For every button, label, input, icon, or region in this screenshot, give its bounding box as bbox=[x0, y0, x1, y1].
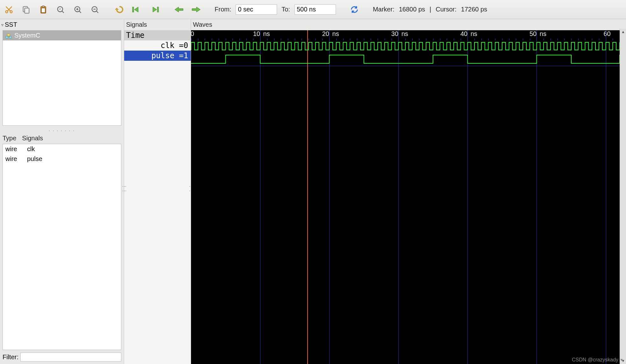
cursor-label: Cursor: bbox=[436, 6, 457, 13]
refresh-button[interactable] bbox=[348, 3, 361, 16]
prev-arrow-icon bbox=[174, 5, 184, 14]
signal-row[interactable]: wire pulse bbox=[3, 154, 121, 164]
signal-list[interactable]: wire clk wire pulse bbox=[3, 144, 121, 350]
signals-panel-title: Signals bbox=[124, 19, 191, 30]
signal-name-list[interactable]: Time clk =0 pulse =1 bbox=[124, 30, 191, 364]
cut-button[interactable] bbox=[3, 3, 15, 16]
waves-title: Waves bbox=[191, 19, 626, 30]
signal-name: pulse bbox=[27, 155, 42, 163]
tree-item-systemc[interactable]: SystemC bbox=[3, 31, 121, 40]
first-arrow-icon bbox=[132, 5, 142, 14]
first-button[interactable] bbox=[131, 3, 143, 16]
v-resize-handle[interactable]: ⋮⋮ bbox=[122, 185, 127, 193]
sst-title: SST bbox=[5, 21, 17, 28]
signal-type: wire bbox=[5, 145, 21, 153]
svg-rect-14 bbox=[7, 34, 10, 36]
type-header: Type bbox=[3, 135, 16, 142]
next-arrow-icon bbox=[191, 5, 201, 14]
undo-icon bbox=[115, 5, 124, 14]
to-label: To: bbox=[281, 6, 290, 13]
last-button[interactable] bbox=[148, 3, 160, 16]
zoom-fit-button[interactable] bbox=[54, 3, 67, 16]
watermark: CSDN @crazyskady▼ bbox=[572, 357, 623, 363]
svg-rect-11 bbox=[157, 7, 159, 12]
svg-rect-13 bbox=[9, 36, 11, 38]
wave-canvas[interactable]: 010 ns20 ns30 ns40 ns50 ns60 bbox=[191, 30, 620, 364]
sst-title-row: ▿ SST bbox=[0, 19, 124, 30]
main-area: ▿ SST SystemC . . . . . . . Type Signals… bbox=[0, 19, 626, 364]
h-resize-handle[interactable]: . . . . . . . bbox=[0, 127, 124, 133]
svg-rect-10 bbox=[132, 7, 134, 12]
copy-button[interactable] bbox=[20, 3, 32, 16]
signals-header: Signals bbox=[22, 135, 43, 142]
zoom-in-icon bbox=[73, 5, 82, 14]
cursor-value: 17260 ps bbox=[461, 6, 487, 13]
last-arrow-icon bbox=[149, 5, 159, 14]
module-icon bbox=[5, 33, 12, 38]
sst-tree[interactable]: SystemC bbox=[3, 30, 121, 126]
refresh-icon bbox=[350, 5, 359, 14]
from-label: From: bbox=[215, 6, 231, 13]
vertical-scrollbar[interactable]: ▲ ▼ bbox=[620, 29, 626, 364]
marker-label: Marker: bbox=[373, 6, 395, 13]
to-input[interactable] bbox=[295, 4, 336, 15]
paste-button[interactable] bbox=[37, 3, 50, 16]
collapse-icon[interactable]: ▿ bbox=[1, 22, 4, 27]
signal-name: clk bbox=[27, 145, 35, 153]
clipboard-icon bbox=[39, 5, 48, 14]
waves-panel: ⋮⋮ Waves 010 ns20 ns30 ns40 ns50 ns60 ▲ … bbox=[191, 19, 626, 364]
svg-rect-3 bbox=[25, 8, 29, 13]
svg-rect-12 bbox=[6, 36, 8, 38]
signal-list-header: Type Signals bbox=[0, 133, 124, 144]
undo-button[interactable] bbox=[113, 3, 126, 16]
sst-panel: ▿ SST SystemC . . . . . . . Type Signals… bbox=[0, 19, 124, 364]
svg-line-16 bbox=[9, 36, 11, 36]
tree-item-label: SystemC bbox=[14, 32, 40, 39]
zoom-fit-icon bbox=[56, 5, 65, 14]
svg-rect-5 bbox=[42, 6, 45, 7]
signals-panel: ⋮⋮ Signals Time clk =0 pulse =1 bbox=[124, 19, 191, 364]
svg-rect-6 bbox=[41, 8, 45, 12]
signal-name-pulse[interactable]: pulse =1 bbox=[124, 51, 191, 61]
filter-input[interactable] bbox=[20, 353, 121, 361]
prev-button[interactable] bbox=[173, 3, 185, 16]
zoom-out-button[interactable] bbox=[89, 3, 101, 16]
copy-icon bbox=[22, 5, 31, 14]
waveform-svg bbox=[191, 30, 620, 364]
signal-row[interactable]: wire clk bbox=[3, 144, 121, 154]
toolbar: From: To: Marker: 16800 ps | Cursor: 172… bbox=[0, 0, 626, 19]
scissors-icon bbox=[4, 5, 13, 14]
from-input[interactable] bbox=[236, 4, 277, 15]
signal-type: wire bbox=[5, 155, 21, 163]
next-button[interactable] bbox=[190, 3, 203, 16]
scroll-up-icon[interactable]: ▲ bbox=[620, 29, 626, 35]
filter-row: Filter: bbox=[0, 350, 124, 364]
svg-line-15 bbox=[7, 36, 9, 36]
zoom-out-icon bbox=[90, 5, 99, 14]
signal-name-time[interactable]: Time bbox=[124, 30, 191, 40]
zoom-in-button[interactable] bbox=[71, 3, 84, 16]
signal-name-clk[interactable]: clk =0 bbox=[124, 40, 191, 51]
cursor-sep: | bbox=[430, 6, 431, 13]
marker-value: 16800 ps bbox=[399, 6, 425, 13]
filter-label: Filter: bbox=[3, 354, 18, 361]
